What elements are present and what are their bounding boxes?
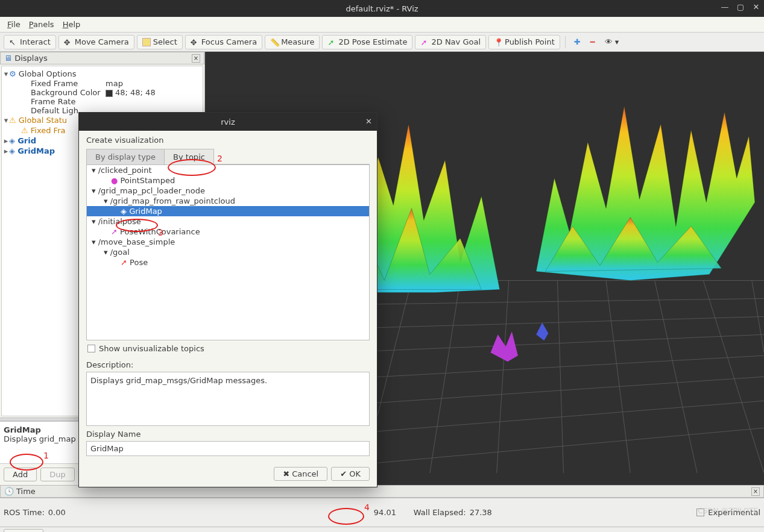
time-panel-title: Time bbox=[16, 487, 36, 496]
menu-help[interactable]: Help bbox=[60, 19, 83, 30]
menu-panels[interactable]: Panels bbox=[27, 19, 57, 30]
panel-close-icon[interactable]: × bbox=[751, 487, 760, 496]
window-titlebar: default.rviz* - RViz — ▢ ✕ bbox=[0, 0, 764, 17]
ruler-icon: 📏 bbox=[270, 38, 279, 46]
select-icon bbox=[142, 38, 151, 46]
ros-time-field[interactable]: 0.00 bbox=[48, 508, 77, 517]
warn-icon: ⚠ bbox=[9, 116, 16, 125]
arrow-pink-icon: ➚ bbox=[420, 38, 429, 46]
check-icon: ✔ bbox=[340, 469, 349, 478]
publish-point-button[interactable]: 📍Publish Point bbox=[488, 35, 560, 49]
pose-estimate-button[interactable]: ➚2D Pose Estimate bbox=[322, 35, 412, 49]
minus-icon[interactable]: ━ bbox=[587, 37, 599, 46]
plus-icon[interactable]: ✚ bbox=[570, 37, 584, 46]
nav-goal-button[interactable]: ➚2D Nav Goal bbox=[415, 35, 486, 49]
dialog-heading: Create visualization bbox=[86, 136, 370, 145]
move-camera-button[interactable]: ✥Move Camera bbox=[58, 35, 134, 49]
reset-button[interactable]: Reset bbox=[4, 529, 43, 532]
gridmap-icon: ◈ bbox=[121, 207, 127, 216]
add-button[interactable]: Add bbox=[4, 468, 37, 481]
interact-button[interactable]: ↖Interact bbox=[4, 35, 56, 49]
panel-close-icon[interactable]: × bbox=[192, 54, 200, 63]
description-textarea: Displays grid_map_msgs/GridMap messages. bbox=[86, 372, 370, 426]
duplicate-button[interactable]: Dup bbox=[40, 468, 75, 481]
x-icon: ✖ bbox=[283, 469, 292, 478]
description-label: Description: bbox=[86, 360, 370, 369]
ok-button[interactable]: ✔ OK bbox=[331, 467, 370, 481]
select-button[interactable]: Select bbox=[137, 35, 183, 49]
clock-icon: 🕓 bbox=[4, 487, 14, 496]
close-icon[interactable]: ✕ bbox=[752, 3, 760, 11]
wall-time-field[interactable]: 94.01 bbox=[374, 508, 410, 517]
ros-time-label: ROS Time: bbox=[4, 508, 45, 517]
target-icon: ✥ bbox=[191, 38, 199, 46]
cursor-icon: ↖ bbox=[9, 38, 17, 46]
gridmap-icon: ◈ bbox=[9, 146, 15, 155]
menu-file[interactable]: File bbox=[5, 19, 23, 30]
move-icon: ✥ bbox=[64, 38, 72, 46]
create-visualization-dialog: rviz ✕ Create visualization By display t… bbox=[78, 112, 377, 487]
bgcolor-swatch bbox=[106, 90, 113, 97]
arrow-green-icon: ➚ bbox=[327, 38, 336, 46]
display-name-input[interactable] bbox=[86, 441, 370, 456]
display-name-label: Display Name bbox=[86, 430, 370, 439]
arrow-icon: ➚ bbox=[121, 258, 127, 267]
warn-icon: ⚠ bbox=[21, 126, 28, 135]
menubar: File Panels Help bbox=[0, 17, 764, 33]
point-icon: ● bbox=[111, 176, 118, 185]
measure-button[interactable]: 📏Measure bbox=[265, 35, 320, 49]
eye-icon[interactable]: 👁 ▾ bbox=[601, 37, 623, 46]
show-unvisualizable-checkbox[interactable]: Show unvisualizable topics bbox=[86, 340, 370, 357]
dialog-title: rviz bbox=[221, 117, 235, 127]
gear-icon: ⚙ bbox=[9, 69, 16, 78]
window-title: default.rviz* - RViz bbox=[346, 4, 418, 13]
dialog-close-icon[interactable]: ✕ bbox=[365, 117, 372, 126]
watermark: CSDN @ZPILOTE bbox=[698, 507, 758, 515]
arrow-icon: ➚ bbox=[111, 227, 118, 236]
tree-item-gridmap[interactable]: ◈ GridMap bbox=[87, 206, 369, 216]
tab-by-display-type[interactable]: By display type bbox=[86, 149, 165, 164]
toolbar: ↖Interact ✥Move Camera Select ✥Focus Cam… bbox=[0, 33, 764, 52]
grid-icon: ◈ bbox=[9, 136, 15, 145]
maximize-icon[interactable]: ▢ bbox=[736, 3, 745, 11]
monitor-icon: 🖥 bbox=[4, 54, 12, 63]
minimize-icon[interactable]: — bbox=[721, 3, 729, 11]
displays-panel-header[interactable]: 🖥 Displays × bbox=[0, 52, 204, 64]
wall-elapsed-label: Wall Elapsed: bbox=[414, 508, 466, 517]
cancel-button[interactable]: ✖ Cancel bbox=[274, 467, 327, 481]
dialog-titlebar[interactable]: rviz ✕ bbox=[79, 113, 377, 131]
time-panel: ROS Time: 0.00 94.01 Wall Elapsed: 27.38… bbox=[0, 498, 764, 527]
pin-icon: 📍 bbox=[494, 38, 502, 46]
tab-by-topic[interactable]: By topic bbox=[164, 149, 214, 164]
wall-elapsed-field[interactable]: 27.38 bbox=[470, 508, 554, 517]
dialog-tabs: By display type By topic bbox=[86, 148, 370, 164]
focus-camera-button[interactable]: ✥Focus Camera bbox=[185, 35, 262, 49]
topic-tree[interactable]: ▾ /clicked_point ● PointStamped ▾ /grid_… bbox=[86, 164, 370, 340]
